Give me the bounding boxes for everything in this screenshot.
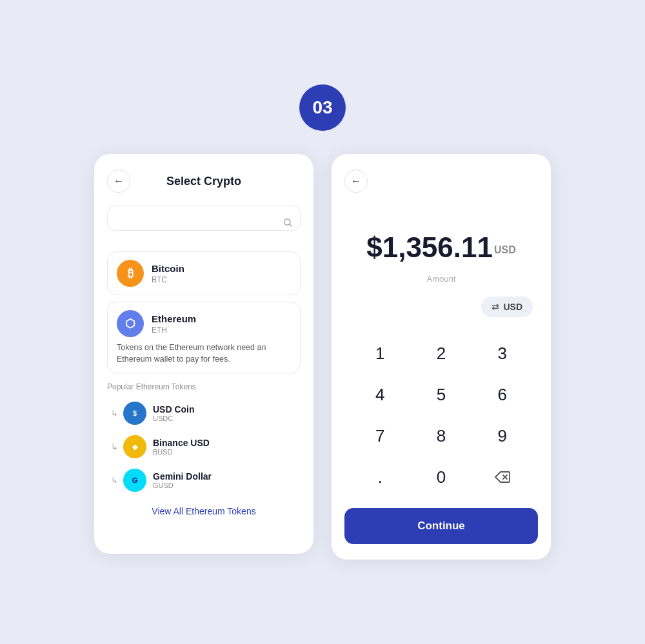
back-button[interactable]: ← [107, 170, 130, 193]
currency-toggle-button[interactable]: ⇄ USD [481, 297, 533, 317]
gusd-info: Gemini Dollar GUSD [153, 471, 212, 489]
amount-display: $1,356.11USD [344, 231, 538, 264]
key-4[interactable]: 4 [350, 374, 411, 415]
usdc-item[interactable]: ↳ $ USD Coin USDC [107, 396, 301, 430]
select-crypto-panel: ← Select Crypto ₿ Bitcoin BTC [94, 154, 313, 554]
bitcoin-icon: ₿ [117, 260, 144, 287]
svg-line-1 [290, 224, 292, 226]
currency-toggle-wrapper: ⇄ USD [344, 297, 538, 317]
view-all-tokens-link[interactable]: View All Ethereum Tokens [107, 506, 301, 516]
bitcoin-item[interactable]: ₿ Bitcoin BTC [107, 251, 301, 295]
amount-value: $1,356.11 [366, 231, 493, 263]
key-7[interactable]: 7 [350, 415, 411, 456]
busd-icon: ◆ [123, 435, 146, 458]
ethereum-name: Ethereum [152, 313, 196, 324]
usdc-icon: $ [123, 402, 146, 425]
key-dot[interactable]: . [350, 456, 411, 498]
ethereum-row[interactable]: ⬡ Ethereum ETH [117, 310, 291, 337]
ethereum-description: Tokens on the Ethereum network need an E… [117, 342, 291, 365]
key-3[interactable]: 3 [471, 333, 533, 374]
token-arrow-busd: ↳ [111, 442, 118, 452]
busd-item[interactable]: ↳ ◆ Binance USD BUSD [107, 430, 301, 463]
panels-container: ← Select Crypto ₿ Bitcoin BTC [94, 154, 551, 560]
ethereum-icon: ⬡ [117, 310, 144, 337]
step-badge: 03 [299, 84, 346, 131]
ethereum-symbol: ETH [152, 326, 196, 335]
panel-header: ← Select Crypto [107, 170, 301, 193]
key-6[interactable]: 6 [471, 374, 533, 415]
search-wrapper [107, 206, 301, 241]
usdc-info: USD Coin USDC [153, 404, 195, 422]
key-8[interactable]: 8 [411, 415, 472, 456]
amount-currency: USD [494, 244, 516, 255]
swap-icon: ⇄ [491, 302, 499, 312]
key-5[interactable]: 5 [411, 374, 472, 415]
key-0[interactable]: 0 [411, 456, 472, 498]
amount-back-button[interactable]: ← [344, 170, 368, 193]
token-arrow-usdc: ↳ [111, 409, 118, 418]
popular-label: Popular Ethereum Tokens [107, 382, 301, 391]
amount-panel-header: ← [344, 170, 538, 193]
step-number: 03 [312, 97, 332, 118]
currency-toggle-label: USD [503, 302, 522, 312]
gusd-icon: G [123, 469, 146, 492]
busd-info: Binance USD BUSD [153, 438, 210, 456]
bitcoin-info: Bitcoin BTC [152, 263, 184, 284]
numpad: 1 2 3 4 5 6 7 8 9 . 0 [344, 333, 538, 498]
search-input[interactable] [107, 206, 301, 231]
ethereum-info: Ethereum ETH [152, 313, 196, 335]
gusd-item[interactable]: ↳ G Gemini Dollar GUSD [107, 463, 301, 497]
panel-title: Select Crypto [166, 175, 241, 188]
key-backspace[interactable] [471, 456, 533, 498]
token-arrow-gusd: ↳ [111, 476, 118, 485]
amount-label: Amount [344, 274, 538, 284]
key-1[interactable]: 1 [350, 333, 411, 374]
ethereum-section: ⬡ Ethereum ETH Tokens on the Ethereum ne… [107, 302, 301, 373]
key-9[interactable]: 9 [471, 415, 533, 456]
key-2[interactable]: 2 [411, 333, 472, 374]
continue-button[interactable]: Continue [344, 508, 538, 544]
amount-panel: ← $1,356.11USD Amount ⇄ USD 1 2 3 4 5 6 … [332, 154, 551, 560]
bitcoin-name: Bitcoin [152, 263, 184, 274]
search-icon [283, 217, 293, 230]
bitcoin-symbol: BTC [152, 275, 184, 284]
